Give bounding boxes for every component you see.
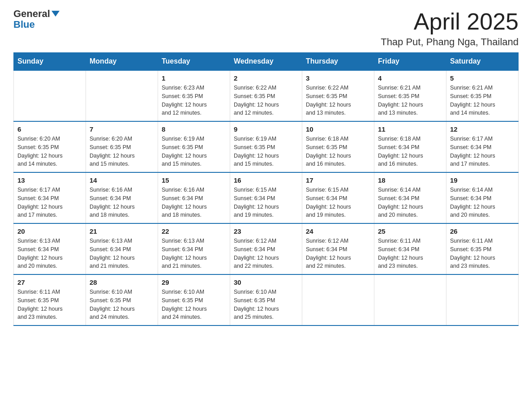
calendar-cell: 9Sunrise: 6:19 AM Sunset: 6:35 PM Daylig… xyxy=(230,121,302,172)
day-info: Sunrise: 6:20 AM Sunset: 6:35 PM Dayligh… xyxy=(90,135,154,168)
day-info: Sunrise: 6:19 AM Sunset: 6:35 PM Dayligh… xyxy=(162,135,226,168)
logo: General Blue xyxy=(13,9,60,30)
day-info: Sunrise: 6:12 AM Sunset: 6:34 PM Dayligh… xyxy=(306,237,370,270)
calendar-cell: 12Sunrise: 6:17 AM Sunset: 6:34 PM Dayli… xyxy=(446,121,519,172)
day-number: 22 xyxy=(162,227,226,235)
calendar-cell: 25Sunrise: 6:11 AM Sunset: 6:34 PM Dayli… xyxy=(374,223,446,274)
day-number: 6 xyxy=(17,125,82,133)
calendar-week-1: 1Sunrise: 6:23 AM Sunset: 6:35 PM Daylig… xyxy=(14,70,519,121)
calendar-cell: 23Sunrise: 6:12 AM Sunset: 6:34 PM Dayli… xyxy=(230,223,302,274)
day-number: 18 xyxy=(378,176,442,184)
day-info: Sunrise: 6:22 AM Sunset: 6:35 PM Dayligh… xyxy=(234,84,298,117)
logo-blue: Blue xyxy=(13,19,35,30)
day-info: Sunrise: 6:17 AM Sunset: 6:34 PM Dayligh… xyxy=(17,186,82,219)
calendar-week-2: 6Sunrise: 6:20 AM Sunset: 6:35 PM Daylig… xyxy=(14,121,519,172)
day-info: Sunrise: 6:14 AM Sunset: 6:34 PM Dayligh… xyxy=(378,186,442,219)
calendar-cell: 28Sunrise: 6:10 AM Sunset: 6:35 PM Dayli… xyxy=(86,274,158,325)
day-number: 21 xyxy=(90,227,154,235)
calendar-cell: 11Sunrise: 6:18 AM Sunset: 6:34 PM Dayli… xyxy=(374,121,446,172)
calendar-cell xyxy=(302,274,374,325)
day-number: 25 xyxy=(378,227,442,235)
calendar-cell: 22Sunrise: 6:13 AM Sunset: 6:34 PM Dayli… xyxy=(158,223,230,274)
day-info: Sunrise: 6:16 AM Sunset: 6:34 PM Dayligh… xyxy=(162,186,226,219)
day-number: 29 xyxy=(162,278,226,286)
day-info: Sunrise: 6:11 AM Sunset: 6:35 PM Dayligh… xyxy=(17,288,82,321)
day-info: Sunrise: 6:15 AM Sunset: 6:34 PM Dayligh… xyxy=(234,186,298,219)
calendar-cell: 17Sunrise: 6:15 AM Sunset: 6:34 PM Dayli… xyxy=(302,172,374,223)
calendar-cell xyxy=(446,274,519,325)
calendar-cell: 1Sunrise: 6:23 AM Sunset: 6:35 PM Daylig… xyxy=(158,70,230,121)
calendar-cell: 18Sunrise: 6:14 AM Sunset: 6:34 PM Dayli… xyxy=(374,172,446,223)
calendar-table: SundayMondayTuesdayWednesdayThursdayFrid… xyxy=(13,52,519,326)
weekday-header-thursday: Thursday xyxy=(302,53,374,71)
calendar-cell: 4Sunrise: 6:21 AM Sunset: 6:35 PM Daylig… xyxy=(374,70,446,121)
calendar-cell xyxy=(374,274,446,325)
day-number: 15 xyxy=(162,176,226,184)
day-number: 11 xyxy=(378,125,442,133)
day-number: 5 xyxy=(450,74,515,82)
day-info: Sunrise: 6:10 AM Sunset: 6:35 PM Dayligh… xyxy=(90,288,154,321)
weekday-header-wednesday: Wednesday xyxy=(230,53,302,71)
day-info: Sunrise: 6:14 AM Sunset: 6:34 PM Dayligh… xyxy=(450,186,515,219)
weekday-header-friday: Friday xyxy=(374,53,446,71)
subtitle: Thap Put, Phang Nga, Thailand xyxy=(381,36,519,48)
day-info: Sunrise: 6:19 AM Sunset: 6:35 PM Dayligh… xyxy=(234,135,298,168)
day-number: 23 xyxy=(234,227,298,235)
day-number: 7 xyxy=(90,125,154,133)
calendar-week-5: 27Sunrise: 6:11 AM Sunset: 6:35 PM Dayli… xyxy=(14,274,519,325)
day-info: Sunrise: 6:20 AM Sunset: 6:35 PM Dayligh… xyxy=(17,135,82,168)
calendar-cell: 30Sunrise: 6:10 AM Sunset: 6:35 PM Dayli… xyxy=(230,274,302,325)
day-info: Sunrise: 6:15 AM Sunset: 6:34 PM Dayligh… xyxy=(306,186,370,219)
calendar-cell: 2Sunrise: 6:22 AM Sunset: 6:35 PM Daylig… xyxy=(230,70,302,121)
calendar-week-4: 20Sunrise: 6:13 AM Sunset: 6:34 PM Dayli… xyxy=(14,223,519,274)
day-number: 27 xyxy=(17,278,82,286)
day-info: Sunrise: 6:10 AM Sunset: 6:35 PM Dayligh… xyxy=(162,288,226,321)
page-header: General Blue April 2025 Thap Put, Phang … xyxy=(13,9,519,48)
day-number: 13 xyxy=(17,176,82,184)
calendar-cell: 3Sunrise: 6:22 AM Sunset: 6:35 PM Daylig… xyxy=(302,70,374,121)
calendar-cell: 21Sunrise: 6:13 AM Sunset: 6:34 PM Dayli… xyxy=(86,223,158,274)
day-number: 9 xyxy=(234,125,298,133)
day-info: Sunrise: 6:21 AM Sunset: 6:35 PM Dayligh… xyxy=(450,84,515,117)
calendar-cell: 26Sunrise: 6:11 AM Sunset: 6:35 PM Dayli… xyxy=(446,223,519,274)
logo-general: General xyxy=(13,9,50,19)
calendar-cell: 14Sunrise: 6:16 AM Sunset: 6:34 PM Dayli… xyxy=(86,172,158,223)
day-number: 1 xyxy=(162,74,226,82)
day-info: Sunrise: 6:13 AM Sunset: 6:34 PM Dayligh… xyxy=(17,237,82,270)
day-info: Sunrise: 6:16 AM Sunset: 6:34 PM Dayligh… xyxy=(90,186,154,219)
day-number: 8 xyxy=(162,125,226,133)
day-info: Sunrise: 6:10 AM Sunset: 6:35 PM Dayligh… xyxy=(234,288,298,321)
day-number: 19 xyxy=(450,176,515,184)
day-info: Sunrise: 6:21 AM Sunset: 6:35 PM Dayligh… xyxy=(378,84,442,117)
day-number: 12 xyxy=(450,125,515,133)
day-info: Sunrise: 6:11 AM Sunset: 6:34 PM Dayligh… xyxy=(378,237,442,270)
calendar-cell: 7Sunrise: 6:20 AM Sunset: 6:35 PM Daylig… xyxy=(86,121,158,172)
day-info: Sunrise: 6:11 AM Sunset: 6:35 PM Dayligh… xyxy=(450,237,515,270)
day-number: 24 xyxy=(306,227,370,235)
weekday-header-sunday: Sunday xyxy=(14,53,86,71)
calendar-cell: 5Sunrise: 6:21 AM Sunset: 6:35 PM Daylig… xyxy=(446,70,519,121)
calendar-header-row: SundayMondayTuesdayWednesdayThursdayFrid… xyxy=(14,53,519,71)
calendar-cell: 27Sunrise: 6:11 AM Sunset: 6:35 PM Dayli… xyxy=(14,274,86,325)
day-info: Sunrise: 6:12 AM Sunset: 6:34 PM Dayligh… xyxy=(234,237,298,270)
day-info: Sunrise: 6:17 AM Sunset: 6:34 PM Dayligh… xyxy=(450,135,515,168)
day-number: 3 xyxy=(306,74,370,82)
calendar-cell: 15Sunrise: 6:16 AM Sunset: 6:34 PM Dayli… xyxy=(158,172,230,223)
day-number: 4 xyxy=(378,74,442,82)
day-info: Sunrise: 6:23 AM Sunset: 6:35 PM Dayligh… xyxy=(162,84,226,117)
day-number: 26 xyxy=(450,227,515,235)
title-section: April 2025 Thap Put, Phang Nga, Thailand xyxy=(381,9,519,48)
calendar-cell: 10Sunrise: 6:18 AM Sunset: 6:35 PM Dayli… xyxy=(302,121,374,172)
calendar-cell: 13Sunrise: 6:17 AM Sunset: 6:34 PM Dayli… xyxy=(14,172,86,223)
calendar-cell xyxy=(14,70,86,121)
day-info: Sunrise: 6:13 AM Sunset: 6:34 PM Dayligh… xyxy=(162,237,226,270)
day-number: 20 xyxy=(17,227,82,235)
calendar-cell: 29Sunrise: 6:10 AM Sunset: 6:35 PM Dayli… xyxy=(158,274,230,325)
day-info: Sunrise: 6:13 AM Sunset: 6:34 PM Dayligh… xyxy=(90,237,154,270)
weekday-header-saturday: Saturday xyxy=(446,53,519,71)
calendar-cell: 16Sunrise: 6:15 AM Sunset: 6:34 PM Dayli… xyxy=(230,172,302,223)
calendar-cell: 19Sunrise: 6:14 AM Sunset: 6:34 PM Dayli… xyxy=(446,172,519,223)
calendar-cell: 20Sunrise: 6:13 AM Sunset: 6:34 PM Dayli… xyxy=(14,223,86,274)
day-number: 14 xyxy=(90,176,154,184)
calendar-cell: 6Sunrise: 6:20 AM Sunset: 6:35 PM Daylig… xyxy=(14,121,86,172)
